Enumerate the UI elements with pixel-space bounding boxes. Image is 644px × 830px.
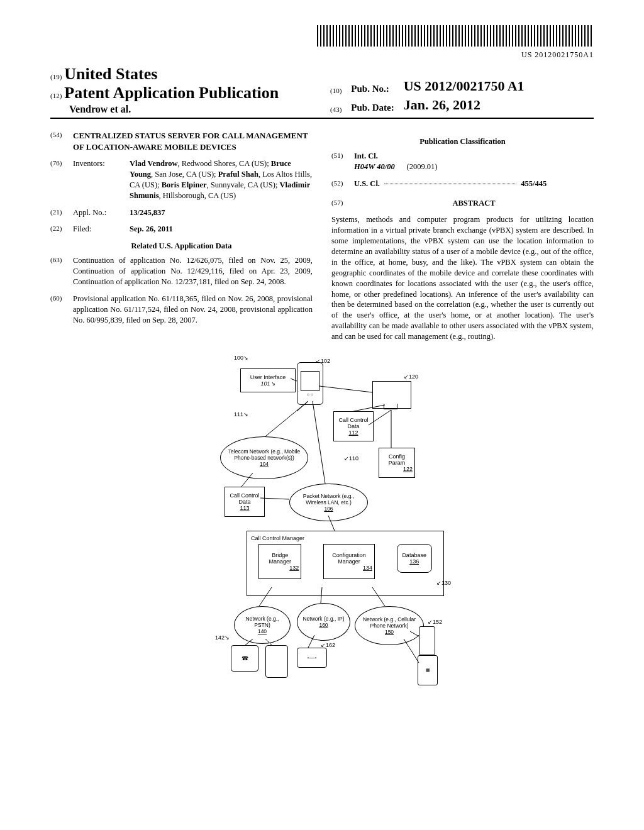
inventors-field: (76) Inventors: Vlad Vendrow, Redwood Sh… — [50, 158, 313, 201]
header: (19) United States (12) Patent Applicati… — [50, 65, 594, 119]
related-heading: Related U.S. Application Data — [50, 241, 313, 252]
country-line: (19) United States — [50, 65, 316, 84]
left-column: (54) CENTRALIZED STATUS SERVER FOR CALL … — [50, 130, 313, 342]
int-cl-symbol: H04W 40/00 — [354, 162, 395, 171]
call-control-data-113: Call Control Data 113 — [225, 487, 265, 517]
svg-line-2 — [265, 401, 308, 436]
pubnum-value: US 2012/0021750 A1 — [403, 77, 532, 95]
intcl-field: (51) Int. Cl. H04W 40/00 (2009.01) — [331, 151, 594, 172]
phone-142-icon: ☎ — [231, 645, 258, 672]
abstract-heading: ABSTRACT — [354, 198, 594, 209]
ref-120: ↙120 — [404, 374, 418, 380]
pubdate-label: Pub. Date: — [350, 96, 401, 114]
uscl-field: (52) U.S. Cl. 455/445 — [331, 179, 594, 189]
filed-date: Sep. 26, 2011 — [130, 224, 313, 235]
barcode-icon — [317, 25, 594, 47]
filed-field: (22) Filed: Sep. 26, 2011 — [50, 224, 313, 235]
phone-152a-icon — [419, 626, 435, 655]
ref-152: ↙152 — [428, 619, 442, 625]
title-field: (54) CENTRALIZED STATUS SERVER FOR CALL … — [50, 130, 313, 152]
packet-network-cloud: Packet Network (e.g., Wireless LAN, etc.… — [289, 484, 368, 521]
device-left-icon — [265, 645, 288, 678]
publication-type: Patent Application Publication — [64, 84, 279, 102]
inventors-list: Vlad Vendrow, Redwood Shores, CA (US); B… — [130, 158, 313, 201]
ref-111: 111↘ — [234, 411, 248, 418]
continuation-field: (63) Continuation of application No. 12/… — [50, 255, 313, 287]
patent-page: US 20120021750A1 (19) United States (12)… — [0, 0, 644, 722]
right-column: Publication Classification (51) Int. Cl.… — [331, 130, 594, 342]
cell-cloud: Network (e.g., Cellular Phone Network)15… — [355, 606, 424, 645]
mobile-device-icon: ○ ○ — [297, 362, 323, 405]
application-number: 13/245,837 — [130, 208, 313, 218]
barcode-row — [50, 25, 594, 49]
ref-110: ↙110 — [344, 455, 358, 462]
country: United States — [64, 65, 157, 83]
phone-152b-icon: ▦ — [418, 655, 438, 685]
ip-cloud: Network (e.g., IP)160 — [297, 603, 350, 641]
telecom-cloud: Telecom Network (e.g., Mobile Phone-base… — [220, 436, 308, 479]
continuation-text: Continuation of application No. 12/626,0… — [73, 255, 313, 287]
user-interface-box: User Interface 101↘ — [240, 368, 296, 392]
call-control-data-112: Call Control Data 112 — [333, 411, 374, 441]
pstn-cloud: Network (e.g., PSTN)140 — [234, 606, 291, 644]
us-cl-value: 455/445 — [521, 179, 547, 188]
provisional-field: (60) Provisional application No. 61/118,… — [50, 294, 313, 326]
ref-130: ↙130 — [436, 580, 451, 586]
pub-type-line: (12) Patent Application Publication — [50, 84, 316, 102]
bridge-manager-box: Bridge Manager132 — [258, 544, 301, 579]
config-manager-box: Configuration Manager134 — [323, 544, 375, 579]
abstract-text: Systems, methods and computer program pr… — [331, 214, 594, 342]
pubdate-value: Jan. 26, 2012 — [403, 96, 532, 114]
device-162-icon: ◦—◦ — [297, 648, 327, 668]
invention-title: CENTRALIZED STATUS SERVER FOR CALL MANAG… — [73, 130, 313, 152]
dot-leader — [384, 184, 516, 184]
applno-field: (21) Appl. No.: 13/245,837 — [50, 208, 313, 218]
config-param-box: Config Param 122 — [379, 448, 415, 478]
figure-1: 100↘ ↙102 ○ ○ User Interface 101↘ ↙120 1… — [171, 355, 473, 694]
ref-100: 100↘ — [234, 355, 248, 361]
database-cylinder: Database136 — [397, 544, 432, 573]
call-control-manager-box: Call Control Manager Bridge Manager132 C… — [247, 531, 444, 596]
barcode-number: US 20120021750A1 — [50, 50, 594, 60]
header-right: (10) Pub. No.: US 2012/0021750 A1 (43) P… — [316, 76, 594, 115]
svg-line-4 — [319, 386, 372, 392]
pubnum-label: Pub. No.: — [350, 77, 401, 95]
classification-heading: Publication Classification — [331, 136, 594, 147]
figure-wrap: 100↘ ↙102 ○ ○ User Interface 101↘ ↙120 1… — [50, 355, 594, 697]
provisional-text: Provisional application No. 61/118,365, … — [73, 294, 313, 326]
header-left: (19) United States (12) Patent Applicati… — [50, 65, 316, 115]
ref-142: 142↘ — [215, 634, 230, 641]
author-line: Vendrow et al. — [50, 104, 316, 115]
biblio-columns: (54) CENTRALIZED STATUS SERVER FOR CALL … — [50, 130, 594, 342]
svg-line-3 — [313, 401, 325, 484]
abstract-heading-row: (57) ABSTRACT — [331, 198, 594, 209]
